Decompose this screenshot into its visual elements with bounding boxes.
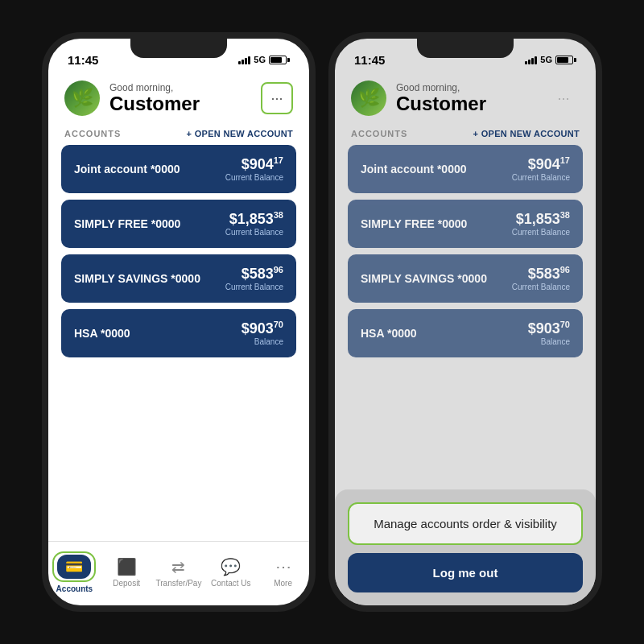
status-icons-1: 5G — [238, 55, 290, 64]
account-card-simply-savings-2[interactable]: SIMPLY SAVINGS *0000 $58396 Current Bala… — [348, 254, 583, 303]
contact-icon: 💬 — [221, 557, 241, 576]
more-icon: ⋯ — [275, 557, 291, 576]
accounts-list-1: Joint account *0000 $90417 Current Balan… — [48, 145, 309, 541]
battery-icon — [269, 56, 290, 64]
open-new-account-button-1[interactable]: + OPEN NEW ACCOUNT — [187, 129, 293, 138]
status-time-2: 11:45 — [354, 53, 385, 67]
avatar-2: 🌿 — [351, 80, 386, 116]
deposit-icon: ⬛ — [117, 557, 137, 576]
overlay-panel: Manage accounts order & visibility Log m… — [335, 489, 596, 605]
signal-icon — [238, 55, 250, 64]
notch — [130, 39, 227, 58]
greeting-sub-2: Good morning, — [396, 82, 538, 93]
account-name-joint: Joint account *0000 — [74, 163, 180, 175]
header-2: 🌿 Good morning, Customer ··· — [335, 74, 596, 126]
account-name-simply-savings: SIMPLY SAVINGS *0000 — [74, 272, 200, 285]
more-menu-button-2[interactable]: ··· — [547, 82, 580, 114]
nav-accounts-label: Accounts — [56, 584, 93, 593]
account-card-joint[interactable]: Joint account *0000 $90417 Current Balan… — [61, 145, 296, 193]
phone-2: 11:45 5G 🌿 Good mornin — [328, 32, 602, 612]
account-balance-hsa: $90370 — [242, 320, 283, 336]
nav-accounts-highlight: 💳 — [52, 551, 96, 582]
account-name-simply-free: SIMPLY FREE *0000 — [74, 217, 180, 230]
nav-deposit-icon-wrap: ⬛ — [117, 557, 137, 576]
nav-more-label: More — [274, 579, 292, 588]
account-balance-simply-savings: $58396 — [225, 266, 283, 281]
nav-more-icon-wrap: ⋯ — [275, 557, 291, 576]
account-card-simply-free-2[interactable]: SIMPLY FREE *0000 $1,85338 Current Balan… — [348, 200, 583, 248]
account-card-simply-savings[interactable]: SIMPLY SAVINGS *0000 $58396 Current Bala… — [61, 254, 296, 303]
account-card-hsa[interactable]: HSA *0000 $90370 Balance — [61, 309, 296, 357]
account-card-hsa-2[interactable]: HSA *0000 $90370 Balance — [348, 309, 583, 357]
nav-accounts-icon-wrap: 💳 — [57, 555, 91, 579]
notch-2 — [417, 39, 514, 58]
signal-icon-2 — [525, 55, 537, 64]
network-label-2: 5G — [540, 55, 552, 64]
accounts-label-1: ACCOUNTS — [64, 129, 121, 138]
avatar-1: 🌿 — [64, 80, 100, 116]
nav-deposit[interactable]: ⬛ Deposit — [101, 557, 153, 588]
accounts-header-2: ACCOUNTS + OPEN NEW ACCOUNT — [335, 126, 596, 145]
nav-deposit-label: Deposit — [113, 579, 140, 588]
account-card-joint-2[interactable]: Joint account *0000 $90417 Current Balan… — [348, 145, 583, 193]
greeting-name-1: Customer — [109, 93, 251, 114]
nav-transfer-label: Transfer/Pay — [156, 579, 202, 588]
account-card-simply-free[interactable]: SIMPLY FREE *0000 $1,85338 Current Balan… — [61, 200, 296, 248]
accounts-header-1: ACCOUNTS + OPEN NEW ACCOUNT — [48, 126, 309, 145]
bottom-nav-1: 💳 Accounts ⬛ Deposit ⇄ Transfer/Pay 💬 Co… — [48, 541, 309, 605]
account-balance-block-simply-savings: $58396 Current Balance — [225, 266, 283, 291]
open-new-account-button-2[interactable]: + OPEN NEW ACCOUNT — [473, 129, 580, 138]
status-time-1: 11:45 — [68, 53, 98, 67]
nav-contact-label: Contact Us — [211, 579, 250, 588]
accounts-icon: 💳 — [65, 558, 83, 576]
greeting-block-2: Good morning, Customer — [396, 82, 538, 114]
account-balance-label-hsa: Balance — [242, 337, 283, 346]
nav-contact-icon-wrap: 💬 — [221, 557, 241, 576]
greeting-name-2: Customer — [396, 93, 538, 114]
accounts-label-2: ACCOUNTS — [351, 129, 407, 138]
network-label: 5G — [254, 55, 266, 64]
transfer-icon: ⇄ — [171, 557, 185, 576]
account-balance-simply-free: $1,85338 — [225, 211, 283, 226]
nav-transfer-icon-wrap: ⇄ — [171, 557, 185, 576]
nav-more[interactable]: ⋯ More — [257, 557, 309, 588]
status-icons-2: 5G — [525, 55, 576, 64]
account-balance-block-hsa: $90370 Balance — [242, 320, 283, 346]
logout-button[interactable]: Log me out — [348, 553, 583, 592]
account-balance-label-simply-free: Current Balance — [225, 228, 283, 237]
nav-contact[interactable]: 💬 Contact Us — [204, 557, 257, 588]
account-name-hsa: HSA *0000 — [74, 327, 130, 340]
account-balance-label-joint: Current Balance — [225, 173, 283, 182]
account-balance-label-simply-savings: Current Balance — [225, 283, 283, 291]
more-menu-button-1[interactable]: ··· — [261, 82, 293, 114]
greeting-block-1: Good morning, Customer — [109, 82, 251, 114]
phone-2-content: 11:45 5G 🌿 Good mornin — [335, 39, 596, 605]
account-balance-joint: $90417 — [225, 156, 283, 171]
nav-accounts[interactable]: 💳 Accounts — [48, 551, 101, 593]
account-balance-block-simply-free: $1,85338 Current Balance — [225, 211, 283, 237]
header-1: 🌿 Good morning, Customer ··· — [48, 74, 309, 126]
greeting-sub-1: Good morning, — [109, 82, 251, 93]
manage-accounts-button[interactable]: Manage accounts order & visibility — [348, 502, 583, 545]
account-name-joint-2: Joint account *0000 — [361, 163, 467, 175]
battery-icon-2 — [555, 56, 576, 64]
phone-1: 11:45 5G 🌿 Good morning, Customer ··· — [42, 32, 316, 612]
account-balance-block-joint: $90417 Current Balance — [225, 156, 283, 182]
nav-transfer[interactable]: ⇄ Transfer/Pay — [153, 557, 205, 588]
